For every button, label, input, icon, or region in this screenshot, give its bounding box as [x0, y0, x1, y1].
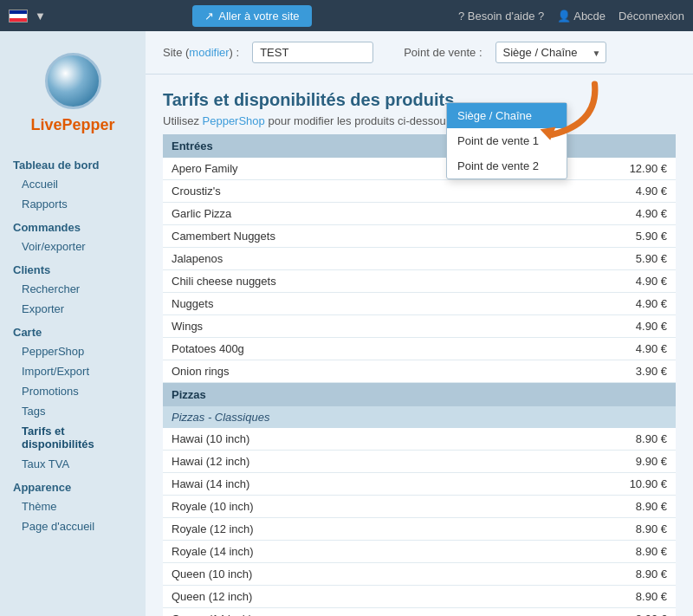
- table-row[interactable]: Hawai (14 inch)10.90 €: [163, 473, 676, 496]
- page-title: Tarifs et disponibilités des produits: [163, 90, 676, 110]
- section-header-entrees: Entrées: [163, 134, 676, 158]
- sidebar: LivePepper Tableau de bord Accueil Rappo…: [0, 31, 146, 616]
- table-row[interactable]: Camembert Nuggets5.90 €: [163, 225, 676, 248]
- dropdown-option-siege[interactable]: Siège / Chaîne: [447, 103, 567, 128]
- product-name: Wings: [163, 315, 606, 338]
- product-name: Hawai (14 inch): [163, 473, 606, 496]
- dropdown-menu[interactable]: Siège / Chaîne Point de vente 1 Point de…: [446, 102, 567, 179]
- product-name: Hawai (12 inch): [163, 451, 606, 473]
- topbar: ▼ ↗ Aller à votre site ? Besoin d'aide ?…: [0, 0, 693, 31]
- site-label: Site (modifier) :: [163, 46, 239, 59]
- table-row[interactable]: Apero Family12.90 €: [163, 158, 676, 180]
- topbar-right: ? Besoin d'aide ? 👤 Abcde Déconnexion: [458, 10, 684, 23]
- sidebar-item-tarifs[interactable]: Tarifs et disponibilités: [0, 421, 146, 454]
- sidebar-section-tableau: Tableau de bord: [0, 152, 146, 174]
- dropdown-option-pdv2[interactable]: Point de vente 2: [447, 153, 567, 178]
- table-row[interactable]: Wings4.90 €: [163, 315, 676, 338]
- logo-icon: [45, 53, 101, 109]
- user-label: Abcde: [573, 10, 606, 23]
- site-input[interactable]: [252, 42, 373, 63]
- product-price: 4.90 €: [606, 270, 676, 293]
- product-name: Onion rings: [163, 360, 606, 383]
- pdv-select[interactable]: Siège / Chaîne Point de vente 1 Point de…: [495, 42, 606, 63]
- subtitle-rest: pour modifier les produits ci-dessous.: [268, 114, 454, 127]
- product-price: 3.90 €: [606, 360, 676, 383]
- sidebar-item-voir-exporter[interactable]: Voir/exporter: [0, 237, 146, 256]
- table-row[interactable]: Croustiz's4.90 €: [163, 180, 676, 203]
- product-name: Royale (10 inch): [163, 496, 606, 518]
- table-row[interactable]: Jalapenos5.90 €: [163, 248, 676, 270]
- site-text: Site: [163, 46, 182, 59]
- sidebar-item-peppershop[interactable]: PepperShop: [0, 341, 146, 361]
- user-link[interactable]: 👤 Abcde: [557, 10, 606, 23]
- table-row[interactable]: Queen (14 inch)8.90 €: [163, 608, 676, 617]
- table-body: Entrées Apero Family12.90 € Croustiz's4.…: [163, 134, 676, 616]
- product-name: Camembert Nuggets: [163, 225, 606, 248]
- pdv-select-wrapper: Siège / Chaîne Point de vente 1 Point de…: [495, 42, 606, 63]
- table-row[interactable]: Garlic Pizza4.90 €: [163, 203, 676, 225]
- sidebar-item-taux-tva[interactable]: Taux TVA: [0, 454, 146, 474]
- sidebar-section-apparence: Apparence: [0, 474, 146, 496]
- dropdown-option-pdv1[interactable]: Point de vente 1: [447, 128, 567, 153]
- sidebar-item-page-accueil[interactable]: Page d'accueil: [0, 516, 146, 536]
- topbar-center: ↗ Aller à votre site: [192, 5, 311, 27]
- table-row[interactable]: Queen (10 inch)8.90 €: [163, 563, 676, 586]
- help-label: Besoin d'aide ?: [468, 10, 545, 23]
- product-price: 4.90 €: [606, 315, 676, 338]
- sidebar-item-theme[interactable]: Thème: [0, 496, 146, 516]
- product-price: 8.90 €: [606, 496, 676, 518]
- sidebar-item-promotions[interactable]: Promotions: [0, 381, 146, 401]
- table-row[interactable]: Chili cheese nuggets4.90 €: [163, 270, 676, 293]
- table-row[interactable]: Royale (10 inch)8.90 €: [163, 496, 676, 518]
- sidebar-item-import-export[interactable]: Import/Export: [0, 361, 146, 381]
- external-link-icon: ↗: [204, 10, 214, 23]
- product-name: Jalapenos: [163, 248, 606, 270]
- logo: LivePepper: [0, 40, 146, 152]
- section-header-pizzas: Pizzas: [163, 383, 676, 407]
- product-price: 4.90 €: [606, 203, 676, 225]
- product-name: Royale (12 inch): [163, 518, 606, 541]
- user-icon: 👤: [557, 10, 571, 23]
- peppershop-link[interactable]: PepperShop: [203, 114, 265, 127]
- sidebar-item-rapports[interactable]: Rapports: [0, 194, 146, 214]
- logo-text: LivePepper: [9, 116, 137, 134]
- flag-icon: [9, 10, 28, 23]
- sidebar-item-accueil[interactable]: Accueil: [0, 174, 146, 194]
- product-price: 8.90 €: [606, 541, 676, 563]
- product-name: Garlic Pizza: [163, 203, 606, 225]
- layout: LivePepper Tableau de bord Accueil Rappo…: [0, 31, 693, 616]
- product-price: 8.90 €: [606, 428, 676, 451]
- product-name: Queen (12 inch): [163, 586, 606, 608]
- product-price: 4.90 €: [606, 180, 676, 203]
- table-row[interactable]: Nuggets4.90 €: [163, 293, 676, 315]
- product-name: Chili cheese nuggets: [163, 270, 606, 293]
- table-row[interactable]: Hawai (12 inch)9.90 €: [163, 451, 676, 473]
- pdv-label: Point de vente :: [404, 46, 482, 59]
- visit-site-button[interactable]: ↗ Aller à votre site: [192, 5, 311, 27]
- product-price: 5.90 €: [606, 248, 676, 270]
- table-row[interactable]: Potatoes 400g4.90 €: [163, 338, 676, 360]
- help-link[interactable]: ? Besoin d'aide ?: [458, 10, 544, 23]
- table-row[interactable]: Royale (12 inch)8.90 €: [163, 518, 676, 541]
- modifier-link[interactable]: modifier: [189, 46, 229, 59]
- product-name: Croustiz's: [163, 180, 606, 203]
- section-label-entrees: Entrées: [163, 134, 676, 158]
- table-row[interactable]: Queen (12 inch)8.90 €: [163, 586, 676, 608]
- topbar-dropdown-arrow[interactable]: ▼: [35, 10, 46, 23]
- sidebar-item-tags[interactable]: Tags: [0, 401, 146, 421]
- table-row[interactable]: Hawai (10 inch)8.90 €: [163, 428, 676, 451]
- page-subtitle: Utilisez PepperShop pour modifier les pr…: [163, 114, 676, 127]
- product-name: Nuggets: [163, 293, 606, 315]
- sidebar-section-carte: Carte: [0, 319, 146, 341]
- product-name: Queen (14 inch): [163, 608, 606, 617]
- product-price: 10.90 €: [606, 473, 676, 496]
- sidebar-item-exporter[interactable]: Exporter: [0, 299, 146, 319]
- table-row[interactable]: Royale (14 inch)8.90 €: [163, 541, 676, 563]
- visit-site-label: Aller à votre site: [218, 10, 299, 23]
- logo-pepper: Pepper: [62, 116, 115, 133]
- sidebar-item-rechercher[interactable]: Rechercher: [0, 279, 146, 299]
- table-row[interactable]: Onion rings3.90 €: [163, 360, 676, 383]
- logout-link[interactable]: Déconnexion: [619, 10, 684, 23]
- product-name: Queen (10 inch): [163, 563, 606, 586]
- subsection-header-classiques: Pizzas - Classiques: [163, 406, 676, 428]
